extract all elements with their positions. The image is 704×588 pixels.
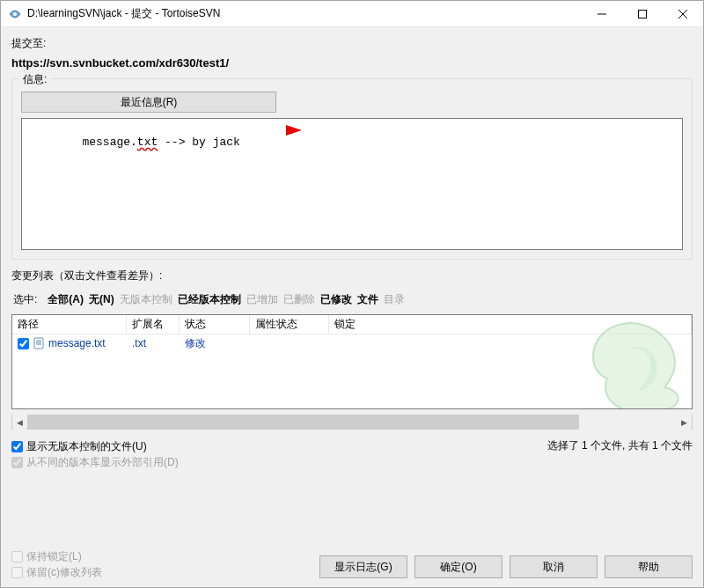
show-log-button[interactable]: 显示日志(G): [319, 555, 407, 578]
window-title: D:\learningSVN\jack - 提交 - TortoiseSVN: [27, 6, 582, 21]
msg-prefix: message.: [82, 136, 136, 149]
title-bar: D:\learningSVN\jack - 提交 - TortoiseSVN: [1, 1, 703, 27]
file-row-checkbox[interactable]: [18, 338, 29, 349]
scrollbar-thumb[interactable]: [27, 415, 579, 430]
col-path-header[interactable]: 路径: [12, 315, 127, 334]
filter-lead: 选中:: [13, 292, 37, 307]
col-prop-header[interactable]: 属性状态: [250, 315, 329, 334]
minimize-button[interactable]: [582, 1, 622, 27]
svg-rect-7: [34, 338, 43, 349]
msg-suffix: --> by jack: [158, 136, 240, 149]
scroll-right-button[interactable]: ▶: [677, 415, 692, 430]
commit-to-label: 提交至:: [11, 36, 693, 51]
keep-changelist-checkbox: 保留(c)修改列表: [11, 564, 102, 580]
filter-versioned[interactable]: 已经版本控制: [178, 292, 241, 307]
changes-label: 变更列表（双击文件查看差异）:: [11, 268, 693, 283]
file-row[interactable]: message.txt .txt 修改: [12, 334, 692, 352]
filter-added[interactable]: 已增加: [246, 292, 278, 307]
filter-unversioned[interactable]: 无版本控制: [120, 292, 172, 307]
svg-rect-2: [639, 10, 647, 18]
filter-modified[interactable]: 已修改: [320, 292, 352, 307]
button-bar: 显示日志(G) 确定(O) 取消 帮助: [319, 555, 693, 578]
msg-spellerror: txt: [137, 136, 158, 149]
file-icon: [33, 337, 45, 349]
show-externals-checkbox: 从不同的版本库显示外部引用(D): [11, 454, 179, 470]
maximize-button[interactable]: [622, 1, 663, 27]
help-button[interactable]: 帮助: [605, 555, 693, 578]
listview-hscrollbar[interactable]: ◀ ▶: [11, 415, 693, 430]
filter-dir[interactable]: 目录: [384, 292, 405, 307]
file-ext: .txt: [127, 337, 180, 349]
commit-url: https://svn.svnbucket.com/xdr630/test1/: [11, 56, 693, 70]
recent-messages-button[interactable]: 最近信息(R): [21, 92, 276, 113]
file-status: 修改: [180, 336, 250, 351]
svg-point-0: [13, 12, 17, 16]
commit-message-input[interactable]: message.txt --> by jack: [21, 118, 683, 250]
filter-file[interactable]: 文件: [357, 292, 378, 307]
filter-none[interactable]: 无(N): [89, 292, 114, 307]
filter-row: 选中: 全部(A) 无(N) 无版本控制 已经版本控制 已增加 已删除 已修改 …: [11, 289, 693, 309]
col-ext-header[interactable]: 扩展名: [127, 315, 180, 334]
filter-all[interactable]: 全部(A): [48, 292, 84, 307]
show-unversioned-checkbox[interactable]: 显示无版本控制的文件(U): [11, 438, 179, 454]
cancel-button[interactable]: 取消: [510, 555, 598, 578]
info-legend: 信息:: [19, 72, 50, 87]
col-status-header[interactable]: 状态: [180, 315, 250, 334]
watermark-icon: [581, 317, 686, 409]
scroll-left-button[interactable]: ◀: [12, 415, 27, 430]
selection-status: 选择了 1 个文件, 共有 1 个文件: [547, 438, 693, 453]
svg-marker-6: [286, 125, 302, 136]
close-button[interactable]: [663, 1, 703, 27]
app-icon: [8, 7, 22, 21]
file-path: message.txt: [48, 337, 106, 349]
ok-button[interactable]: 确定(O): [414, 555, 502, 578]
filter-deleted[interactable]: 已删除: [283, 292, 315, 307]
changes-listview[interactable]: 路径 扩展名 状态 属性状态 锁定: [11, 314, 693, 409]
info-groupbox: 信息: 最近信息(R) message.txt --> by jack: [11, 78, 693, 260]
keep-lock-checkbox: 保持锁定(L): [11, 548, 102, 564]
